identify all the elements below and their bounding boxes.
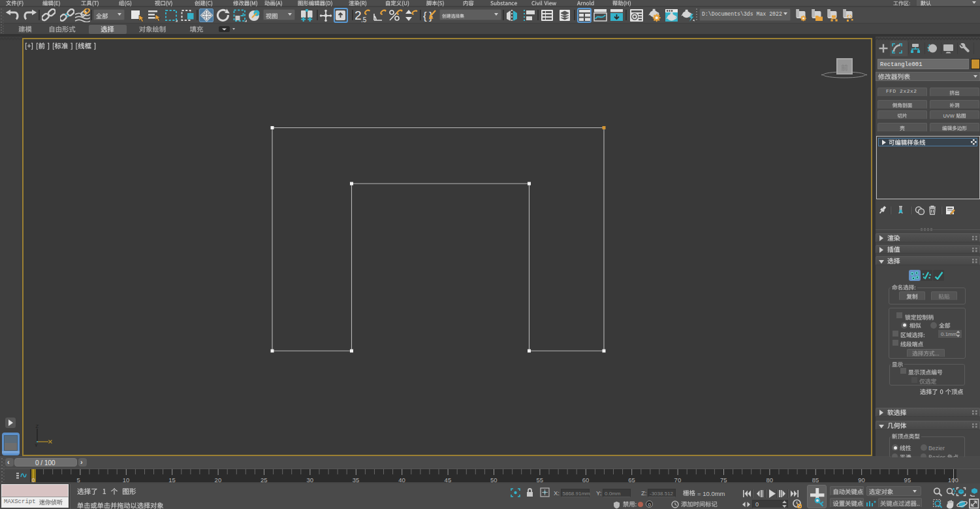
svg-text:.5: .5 xyxy=(361,16,367,22)
svg-text:Z: Z xyxy=(36,425,39,429)
svg-text:{: { xyxy=(423,10,427,22)
svg-text:y: y xyxy=(35,442,38,447)
